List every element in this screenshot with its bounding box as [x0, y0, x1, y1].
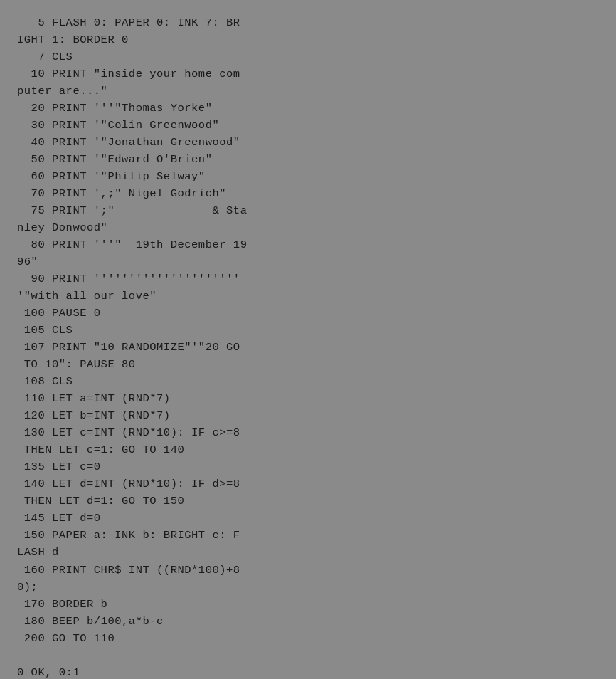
code-content: 5 FLASH 0: PAPER 0: INK 7: BR IGHT 1: BO… — [17, 14, 599, 679]
screen: 5 FLASH 0: PAPER 0: INK 7: BR IGHT 1: BO… — [0, 0, 616, 679]
